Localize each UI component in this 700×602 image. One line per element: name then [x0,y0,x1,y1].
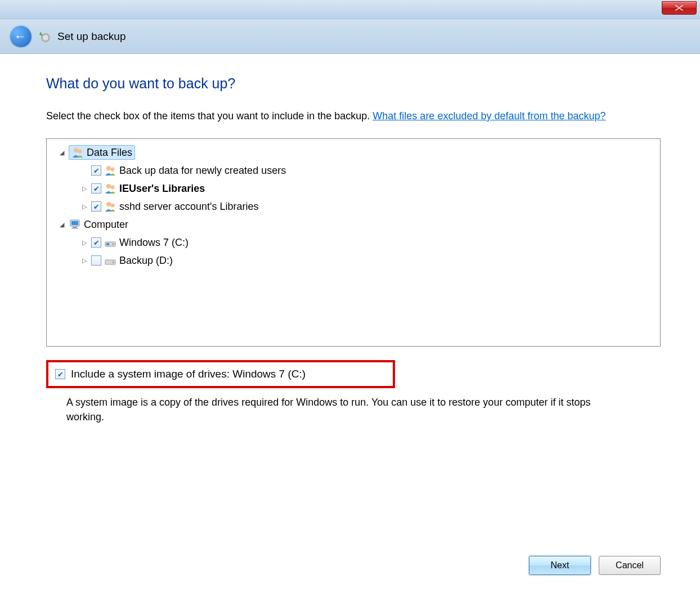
collapse-icon[interactable]: ◢ [58,149,66,156]
tree-node-computer[interactable]: ◢ Computer [52,215,654,233]
tree-node-data-files[interactable]: ◢ Data Files [52,143,654,161]
system-image-option[interactable]: ✔ Include a system image of drives: Wind… [46,360,395,388]
svg-rect-11 [71,221,78,225]
checkbox[interactable]: ✔ [91,165,101,176]
backup-items-tree[interactable]: ◢ Data Files ✔ Back up data for newly cr… [46,138,661,347]
expand-icon[interactable]: ▷ [80,185,88,192]
tree-item[interactable]: ▷ ✔ sshd server account's Libraries [52,197,654,215]
svg-rect-13 [71,228,78,229]
next-button[interactable]: Next [529,556,591,575]
system-image-checkbox[interactable]: ✔ [55,369,65,379]
svg-point-5 [111,168,115,172]
wizard-footer: Next Cancel [529,556,661,575]
tree-node-label: Computer [84,219,128,231]
svg-rect-12 [73,227,77,228]
tree-node-label: Data Files [87,147,132,159]
title-bar [0,0,700,19]
tree-item-label: Back up data for newly created users [119,165,286,177]
close-icon [674,5,684,11]
instruction-text: Select the check box of the items that y… [46,109,661,124]
page-heading: What do you want to back up? [46,75,661,92]
people-icon [71,146,84,159]
checkbox[interactable]: ✔ [91,183,101,194]
drive-icon [104,236,116,249]
svg-point-18 [113,262,114,263]
tree-item-label: sshd server account's Libraries [119,201,259,213]
wizard-header: ← Set up backup [0,19,700,54]
people-icon [104,182,116,195]
tree-item[interactable]: ▷ ✔ IEUser's Libraries [52,179,654,197]
tree-item-label: Windows 7 (C:) [119,237,189,249]
window-close-button[interactable] [662,1,697,15]
drive-icon [104,254,116,267]
help-link[interactable]: What files are excluded by default from … [373,110,605,122]
tree-item[interactable]: ▷ ✔ Windows 7 (C:) [52,233,654,251]
content-area: What do you want to back up? Select the … [0,54,700,424]
checkbox[interactable]: ✔ [91,255,101,266]
svg-point-9 [111,204,115,208]
svg-point-8 [106,202,111,206]
back-button[interactable]: ← [10,26,32,47]
system-image-description: A system image is a copy of the drives r… [66,395,629,424]
collapse-icon[interactable]: ◢ [58,221,66,228]
system-image-label: Include a system image of drives: Window… [71,368,306,380]
svg-point-2 [74,148,78,152]
svg-point-6 [106,184,111,188]
svg-point-7 [111,186,115,190]
tree-item[interactable]: ▷ ✔ Backup (D:) [52,251,654,269]
people-icon [104,200,116,213]
wizard-icon [38,30,51,43]
people-icon [104,164,116,177]
checkbox[interactable]: ✔ [91,237,101,248]
checkbox[interactable]: ✔ [91,201,101,212]
expand-icon[interactable]: ▷ [80,203,88,210]
svg-rect-15 [106,243,109,245]
computer-icon [69,218,81,231]
expand-icon[interactable]: ▷ [80,239,88,246]
svg-point-3 [78,150,82,154]
svg-point-4 [106,166,111,170]
svg-point-1 [43,35,48,41]
instruction-prefix: Select the check box of the items that y… [46,110,373,122]
wizard-title: Set up backup [57,30,125,43]
tree-item-label: Backup (D:) [119,255,173,267]
cancel-button[interactable]: Cancel [599,556,661,575]
back-arrow-icon: ← [14,29,26,44]
svg-point-16 [113,244,114,245]
tree-item-label: IEUser's Libraries [119,183,205,195]
expand-icon[interactable]: ▷ [80,257,88,264]
tree-item[interactable]: ✔ Back up data for newly created users [52,161,654,179]
